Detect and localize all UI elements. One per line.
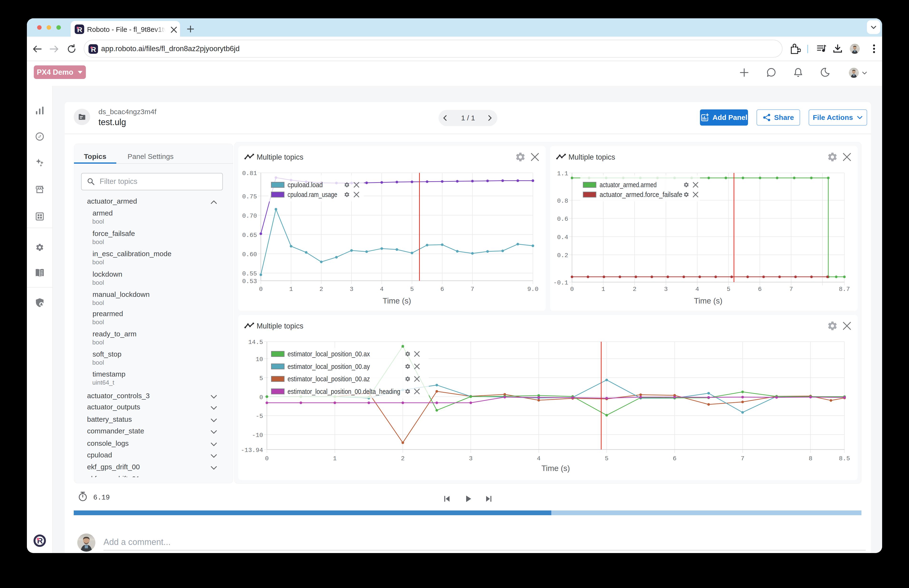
svg-text:Multiple topics: Multiple topics xyxy=(568,153,615,161)
svg-text:R: R xyxy=(37,536,43,545)
svg-text:8.5: 8.5 xyxy=(839,455,850,462)
svg-text:0.4: 0.4 xyxy=(557,234,568,241)
svg-text:0.2: 0.2 xyxy=(557,252,568,259)
svg-text:Time (s): Time (s) xyxy=(541,464,570,473)
svg-text:4: 4 xyxy=(537,455,541,462)
svg-text:1: 1 xyxy=(289,286,293,293)
svg-text:estimator_local_position_00.ay: estimator_local_position_00.ay xyxy=(287,363,370,370)
svg-text:5: 5 xyxy=(259,375,263,382)
svg-text:2: 2 xyxy=(320,286,323,293)
svg-text:5: 5 xyxy=(727,286,730,293)
svg-text:0.6: 0.6 xyxy=(557,215,568,223)
svg-text:actuator_armed.force_failsafe: actuator_armed.force_failsafe xyxy=(600,191,682,199)
svg-text:7: 7 xyxy=(790,286,793,293)
svg-text:14.5: 14.5 xyxy=(248,339,263,346)
svg-text:estimator_local_position_00.ax: estimator_local_position_00.ax xyxy=(287,350,370,358)
svg-text:3: 3 xyxy=(469,455,473,462)
svg-text:7: 7 xyxy=(471,286,475,293)
svg-text:2: 2 xyxy=(633,286,636,293)
svg-text:3: 3 xyxy=(664,286,668,293)
svg-text:-5: -5 xyxy=(256,413,263,420)
svg-text:10: 10 xyxy=(256,356,263,363)
svg-text:estimator_local_position_00.az: estimator_local_position_00.az xyxy=(287,375,370,383)
svg-text:estimator_local_position_00.de: estimator_local_position_00.delta_headin… xyxy=(287,388,400,395)
svg-text:8.7: 8.7 xyxy=(839,286,850,293)
svg-text:7: 7 xyxy=(741,455,744,462)
svg-text:8: 8 xyxy=(809,455,812,462)
svg-text:4: 4 xyxy=(696,286,699,293)
svg-text:6: 6 xyxy=(758,286,762,293)
svg-text:4: 4 xyxy=(380,286,384,293)
svg-text:1: 1 xyxy=(601,286,605,293)
svg-text:0: 0 xyxy=(259,394,263,401)
svg-text:2: 2 xyxy=(401,455,405,462)
svg-text:0.81: 0.81 xyxy=(242,170,257,177)
svg-text:9.0: 9.0 xyxy=(527,286,538,293)
svg-text:0: 0 xyxy=(259,286,263,293)
svg-text:Multiple topics: Multiple topics xyxy=(257,322,303,330)
svg-text:cpuload.ram_usage: cpuload.ram_usage xyxy=(287,191,337,199)
svg-text:Time (s): Time (s) xyxy=(383,296,411,305)
svg-text:-0.1: -0.1 xyxy=(554,279,568,286)
svg-text:-10: -10 xyxy=(252,432,263,439)
svg-text:1.1: 1.1 xyxy=(557,170,568,177)
svg-text:5: 5 xyxy=(605,455,609,462)
svg-text:1: 1 xyxy=(333,455,337,462)
svg-text:actuator_armed.armed: actuator_armed.armed xyxy=(600,181,657,189)
svg-text:6: 6 xyxy=(673,455,677,462)
svg-text:Time (s): Time (s) xyxy=(694,296,723,305)
svg-text:0.8: 0.8 xyxy=(557,197,568,205)
svg-text:-13.94: -13.94 xyxy=(241,447,263,454)
svg-text:0.65: 0.65 xyxy=(242,232,257,239)
svg-text:3: 3 xyxy=(350,286,354,293)
svg-text:Multiple topics: Multiple topics xyxy=(257,153,303,161)
svg-text:0: 0 xyxy=(570,286,574,293)
svg-text:6: 6 xyxy=(440,286,444,293)
svg-text:5: 5 xyxy=(410,286,414,293)
svg-text:0.53: 0.53 xyxy=(242,278,257,285)
svg-text:0.60: 0.60 xyxy=(242,251,257,258)
svg-text:0.75: 0.75 xyxy=(242,193,257,200)
svg-text:0.70: 0.70 xyxy=(242,212,257,220)
svg-text:cpuload.load: cpuload.load xyxy=(287,181,323,189)
svg-text:0: 0 xyxy=(265,455,269,462)
svg-text:0.55: 0.55 xyxy=(242,270,257,277)
